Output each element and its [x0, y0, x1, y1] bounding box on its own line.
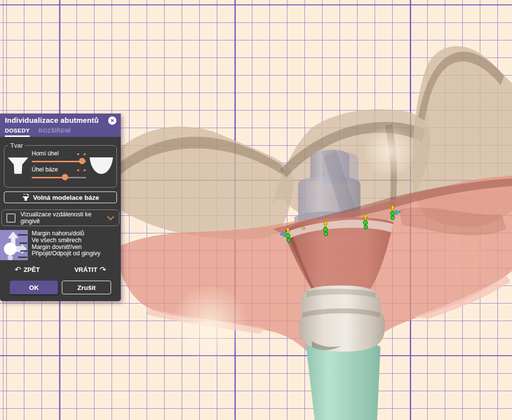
top-angle-label: Horní úhel [32, 150, 58, 157]
base-angle-stepper: ◂ ▸ [76, 167, 86, 172]
redo-button[interactable]: VRÁTIT ↷ [75, 265, 106, 274]
base-shape-icon [89, 157, 114, 174]
top-angle-slider[interactable] [32, 158, 86, 165]
margin-manipulation-legend: Margin nahoru/dolů Ve všech směrech Marg… [0, 230, 121, 260]
application-window: { "panel": { "title": "Individualizace a… [0, 0, 512, 420]
tab-bar: DOSEDY ROZŠÍŘENÍ [5, 128, 116, 137]
shape-group-legend: Tvar [8, 142, 25, 149]
cancel-button[interactable]: Zrušit [62, 281, 111, 294]
gingiva-visualization-label: Vizualizace vzdálenosti ke gingivě [20, 211, 103, 225]
shape-group: Tvar Horní úhel ◂ ▸ [4, 142, 117, 188]
soft-tissue-collar[interactable] [299, 286, 385, 352]
base-angle-slider[interactable] [32, 174, 86, 181]
top-shape-icon [7, 157, 29, 175]
abutment-individualization-dialog: Individualizace abutmentů ✕ DOSEDY ROZŠÍ… [0, 114, 121, 301]
stepper-left-icon[interactable]: ◂ [76, 151, 79, 156]
dialog-actions: OK Zrušit [4, 281, 117, 294]
funnel-icon [22, 194, 30, 201]
top-angle-stepper: ◂ ▸ [76, 151, 86, 156]
slider-thumb[interactable] [79, 158, 85, 164]
legend-row-margin-in-out: Margin dovnitř/ven [32, 244, 100, 251]
gingiva-visualization-row[interactable]: Vizualizace vzdálenosti ke gingivě [1, 210, 119, 226]
redo-icon: ↷ [100, 265, 106, 274]
legend-row-attach-detach: Připojit/Odpojit od gingivy [32, 250, 100, 257]
tab-dosedy[interactable]: DOSEDY [5, 128, 30, 137]
chevron-down-icon[interactable] [107, 213, 114, 220]
gingiva-visualization-checkbox[interactable] [6, 213, 16, 223]
undo-icon: ↶ [15, 265, 21, 274]
undo-button[interactable]: ↶ ZPĚT [15, 265, 40, 274]
margin-handles-icon [0, 230, 28, 260]
base-angle-label: Úhel báze [32, 166, 58, 173]
ok-button[interactable]: OK [10, 281, 58, 294]
tab-rozsireni[interactable]: ROZŠÍŘENÍ [38, 128, 71, 137]
free-base-modeling-button[interactable]: Volná modelace báze [4, 191, 117, 203]
slider-thumb[interactable] [62, 174, 68, 180]
stepper-right-icon[interactable]: ▸ [84, 167, 86, 172]
stepper-left-icon[interactable]: ◂ [76, 167, 79, 172]
dialog-header: Individualizace abutmentů ✕ DOSEDY ROZŠÍ… [0, 114, 121, 137]
history-controls: ↶ ZPĚT VRÁTIT ↷ [4, 265, 117, 274]
legend-row-margin-up-down: Margin nahoru/dolů [32, 230, 100, 237]
dialog-title: Individualizace abutmentů [5, 116, 116, 124]
stepper-right-icon[interactable]: ▸ [84, 151, 86, 156]
close-icon[interactable]: ✕ [108, 116, 116, 125]
dialog-body: Tvar Horní úhel ◂ ▸ [0, 137, 121, 301]
legend-row-all-directions: Ve všech směrech [32, 237, 100, 244]
